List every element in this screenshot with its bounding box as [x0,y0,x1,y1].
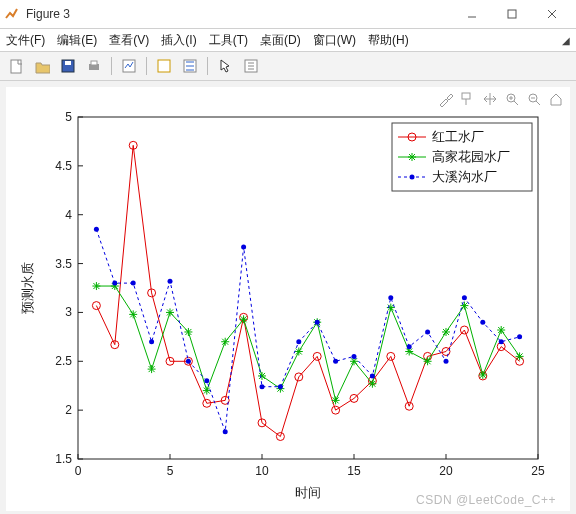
svg-point-183 [480,320,485,325]
y-axis-label: 预测水质 [20,262,35,314]
legend-entry: 大溪沟水厂 [432,169,497,184]
menu-help[interactable]: 帮助(H) [368,32,409,49]
print-icon[interactable] [82,54,106,78]
y-tick-label: 3.5 [55,257,72,271]
menu-bar: 文件(F)编辑(E)查看(V)插入(I)工具(T)桌面(D)窗口(W)帮助(H)… [0,29,576,52]
svg-point-172 [278,384,283,389]
x-tick-label: 10 [255,464,269,478]
svg-line-22 [514,101,518,105]
svg-point-194 [410,175,415,180]
svg-rect-19 [462,93,470,99]
y-tick-label: 1.5 [55,452,72,466]
svg-point-181 [444,359,449,364]
y-tick-label: 4 [65,208,72,222]
svg-point-180 [425,329,430,334]
svg-point-168 [204,378,209,383]
menu-tools[interactable]: 工具(T) [209,32,248,49]
zoom-in-icon[interactable] [504,91,520,107]
x-tick-label: 0 [75,464,82,478]
svg-point-166 [168,279,173,284]
colorbar-icon[interactable] [239,54,263,78]
y-tick-label: 3 [65,305,72,319]
svg-point-185 [517,334,522,339]
svg-point-177 [370,373,375,378]
svg-point-167 [186,359,191,364]
legend-entry: 高家花园水厂 [432,149,510,164]
menu-edit[interactable]: 编辑(E) [57,32,97,49]
menu-file[interactable]: 文件(F) [6,32,45,49]
zoom-out-icon[interactable] [526,91,542,107]
legend-entry: 红工水厂 [432,129,484,144]
link-icon[interactable] [152,54,176,78]
x-tick-label: 25 [531,464,545,478]
svg-point-182 [462,295,467,300]
svg-point-184 [499,339,504,344]
svg-point-164 [131,281,136,286]
matlab-icon [4,6,20,22]
menu-window[interactable]: 窗口(W) [313,32,356,49]
axes-toolbar [438,91,564,107]
x-tick-label: 15 [347,464,361,478]
svg-rect-6 [65,61,71,65]
x-axis-label: 时间 [295,485,321,500]
edit-plot-icon[interactable] [117,54,141,78]
menu-view[interactable]: 查看(V) [109,32,149,49]
svg-point-174 [315,320,320,325]
svg-point-162 [94,227,99,232]
svg-point-163 [112,281,117,286]
y-tick-label: 2.5 [55,354,72,368]
x-tick-label: 20 [439,464,453,478]
svg-rect-8 [91,61,97,65]
svg-rect-1 [508,10,516,18]
svg-point-179 [407,344,412,349]
open-icon[interactable] [30,54,54,78]
figure-panel: 05101520251.522.533.544.55时间预测水质红工水厂高家花园… [6,87,570,511]
close-button[interactable] [532,2,572,26]
svg-point-171 [260,384,265,389]
svg-point-169 [223,429,228,434]
new-icon[interactable] [4,54,28,78]
figure-area: 05101520251.522.533.544.55时间预测水质红工水厂高家花园… [0,81,576,514]
title-bar: Figure 3 [0,0,576,29]
svg-point-175 [333,359,338,364]
svg-point-176 [352,354,357,359]
y-tick-label: 4.5 [55,159,72,173]
pan-icon[interactable] [482,91,498,107]
x-tick-label: 5 [167,464,174,478]
menu-desktop[interactable]: 桌面(D) [260,32,301,49]
save-icon[interactable] [56,54,80,78]
menu-insert[interactable]: 插入(I) [161,32,196,49]
y-tick-label: 5 [65,110,72,124]
svg-rect-10 [158,60,170,72]
home-icon[interactable] [548,91,564,107]
y-tick-label: 2 [65,403,72,417]
svg-point-173 [296,339,301,344]
cursor-icon[interactable] [213,54,237,78]
minimize-button[interactable] [452,2,492,26]
brush-icon[interactable] [438,91,454,107]
svg-point-165 [149,339,154,344]
svg-point-170 [241,244,246,249]
maximize-button[interactable] [492,2,532,26]
menu-overflow-icon[interactable]: ◢ [562,35,570,46]
axes[interactable]: 05101520251.522.533.544.55时间预测水质红工水厂高家花园… [6,87,570,507]
svg-rect-4 [11,60,21,73]
datatip-icon[interactable] [460,91,476,107]
svg-point-178 [388,295,393,300]
inspect-icon[interactable] [178,54,202,78]
window-title: Figure 3 [26,7,70,21]
toolbar [0,52,576,81]
svg-line-26 [536,101,540,105]
